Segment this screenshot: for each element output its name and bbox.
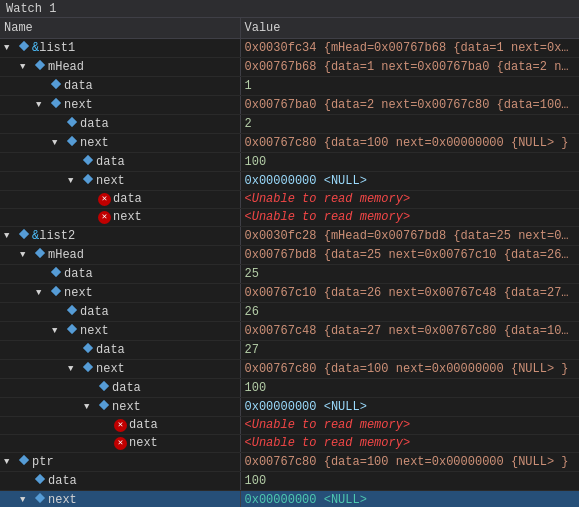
watch-table-container[interactable]: Name Value &list10x0030fc34 {mHead=0x007… bbox=[0, 18, 579, 507]
row-label: next bbox=[113, 210, 142, 224]
row-label: next bbox=[112, 400, 141, 414]
expand-arrow[interactable] bbox=[52, 138, 64, 148]
table-row[interactable]: next0x00000000 <NULL> bbox=[0, 490, 579, 507]
table-row[interactable]: data2 bbox=[0, 114, 579, 133]
svg-marker-9 bbox=[35, 248, 45, 258]
table-row[interactable]: ✕data<Unable to read memory> bbox=[0, 416, 579, 434]
expand-arrow[interactable] bbox=[4, 231, 16, 241]
svg-marker-17 bbox=[99, 400, 109, 410]
name-cell: &list1 bbox=[0, 38, 240, 57]
row-label: next bbox=[129, 436, 158, 450]
expand-arrow[interactable] bbox=[20, 62, 32, 72]
diamond-icon bbox=[98, 399, 110, 415]
table-row[interactable]: data26 bbox=[0, 302, 579, 321]
value-cell: 100 bbox=[240, 378, 579, 397]
svg-marker-8 bbox=[19, 229, 29, 239]
value-cell: 26 bbox=[240, 302, 579, 321]
value-cell: 25 bbox=[240, 264, 579, 283]
name-cell: data bbox=[0, 264, 240, 283]
name-cell: data bbox=[0, 152, 240, 171]
expand-arrow[interactable] bbox=[36, 288, 48, 298]
table-row[interactable]: ✕next<Unable to read memory> bbox=[0, 208, 579, 226]
svg-marker-18 bbox=[19, 455, 29, 465]
diamond-icon bbox=[50, 78, 62, 94]
error-icon: ✕ bbox=[98, 211, 111, 224]
name-cell: next bbox=[0, 397, 240, 416]
table-row[interactable]: next0x00767c80 {data=100 next=0x00000000… bbox=[0, 359, 579, 378]
table-row[interactable]: mHead0x00767b68 {data=1 next=0x00767ba0 … bbox=[0, 57, 579, 76]
expand-arrow[interactable] bbox=[20, 495, 32, 505]
value-cell: 1 bbox=[240, 76, 579, 95]
diamond-icon bbox=[34, 492, 46, 508]
value-cell: 0x00000000 <NULL> bbox=[240, 171, 579, 190]
diamond-icon bbox=[18, 228, 30, 244]
title-bar: Watch 1 bbox=[0, 0, 579, 18]
value-cell: <Unable to read memory> bbox=[240, 208, 579, 226]
expand-arrow[interactable] bbox=[68, 176, 80, 186]
expand-arrow[interactable] bbox=[4, 43, 16, 53]
table-row[interactable]: mHead0x00767bd8 {data=25 next=0x00767c10… bbox=[0, 245, 579, 264]
table-row[interactable]: next0x00000000 <NULL> bbox=[0, 397, 579, 416]
diamond-icon bbox=[34, 473, 46, 489]
name-cell: data bbox=[0, 302, 240, 321]
expand-arrow[interactable] bbox=[20, 250, 32, 260]
name-cell: ✕next bbox=[0, 208, 240, 226]
diamond-icon bbox=[82, 342, 94, 358]
svg-marker-4 bbox=[67, 117, 77, 127]
expand-arrow[interactable] bbox=[52, 326, 64, 336]
table-row[interactable]: &list20x0030fc28 {mHead=0x00767bd8 {data… bbox=[0, 226, 579, 245]
column-header-value: Value bbox=[240, 18, 579, 38]
table-row[interactable]: next0x00000000 <NULL> bbox=[0, 171, 579, 190]
table-row[interactable]: ✕data<Unable to read memory> bbox=[0, 190, 579, 208]
value-cell: 100 bbox=[240, 152, 579, 171]
name-cell: mHead bbox=[0, 245, 240, 264]
name-cell: next bbox=[0, 133, 240, 152]
table-row[interactable]: &list10x0030fc34 {mHead=0x00767b68 {data… bbox=[0, 38, 579, 57]
name-cell: data bbox=[0, 378, 240, 397]
diamond-icon bbox=[98, 380, 110, 396]
svg-marker-6 bbox=[83, 155, 93, 165]
value-cell: 0x00000000 <NULL> bbox=[240, 490, 579, 507]
name-cell: next bbox=[0, 171, 240, 190]
table-row[interactable]: ✕next<Unable to read memory> bbox=[0, 434, 579, 452]
name-cell: ✕data bbox=[0, 416, 240, 434]
expand-arrow[interactable] bbox=[68, 364, 80, 374]
row-label: next bbox=[80, 324, 109, 338]
expand-arrow[interactable] bbox=[4, 457, 16, 467]
value-cell: 27 bbox=[240, 340, 579, 359]
expand-arrow[interactable] bbox=[84, 402, 96, 412]
value-cell: 0x00767c80 {data=100 next=0x00000000 {NU… bbox=[240, 359, 579, 378]
name-cell: next bbox=[0, 490, 240, 507]
svg-marker-20 bbox=[35, 493, 45, 503]
table-row[interactable]: data100 bbox=[0, 378, 579, 397]
table-row[interactable]: data100 bbox=[0, 471, 579, 490]
diamond-icon bbox=[34, 59, 46, 75]
name-cell: data bbox=[0, 76, 240, 95]
name-cell: next bbox=[0, 359, 240, 378]
table-row[interactable]: next0x00767c80 {data=100 next=0x00000000… bbox=[0, 133, 579, 152]
expand-arrow[interactable] bbox=[36, 100, 48, 110]
name-cell: ptr bbox=[0, 452, 240, 471]
svg-marker-7 bbox=[83, 174, 93, 184]
row-label: data bbox=[129, 418, 158, 432]
row-label: mHead bbox=[48, 60, 84, 74]
diamond-icon bbox=[50, 97, 62, 113]
watch-table: Name Value &list10x0030fc34 {mHead=0x007… bbox=[0, 18, 579, 507]
table-row[interactable]: data27 bbox=[0, 340, 579, 359]
table-row[interactable]: data1 bbox=[0, 76, 579, 95]
diamond-icon bbox=[18, 40, 30, 56]
table-row[interactable]: next0x00767ba0 {data=2 next=0x00767c80 {… bbox=[0, 95, 579, 114]
table-row[interactable]: data100 bbox=[0, 152, 579, 171]
name-cell: next bbox=[0, 321, 240, 340]
error-icon: ✕ bbox=[114, 437, 127, 450]
diamond-icon bbox=[66, 304, 78, 320]
table-row[interactable]: next0x00767c10 {data=26 next=0x00767c48 … bbox=[0, 283, 579, 302]
value-cell: 0x00767c80 {data=100 next=0x00000000 {NU… bbox=[240, 133, 579, 152]
table-row[interactable]: data25 bbox=[0, 264, 579, 283]
row-label: &list1 bbox=[32, 41, 75, 55]
table-row[interactable]: next0x00767c48 {data=27 next=0x00767c80 … bbox=[0, 321, 579, 340]
diamond-icon bbox=[50, 266, 62, 282]
table-row[interactable]: ptr0x00767c80 {data=100 next=0x00000000 … bbox=[0, 452, 579, 471]
row-label: data bbox=[80, 305, 109, 319]
diamond-icon bbox=[34, 247, 46, 263]
